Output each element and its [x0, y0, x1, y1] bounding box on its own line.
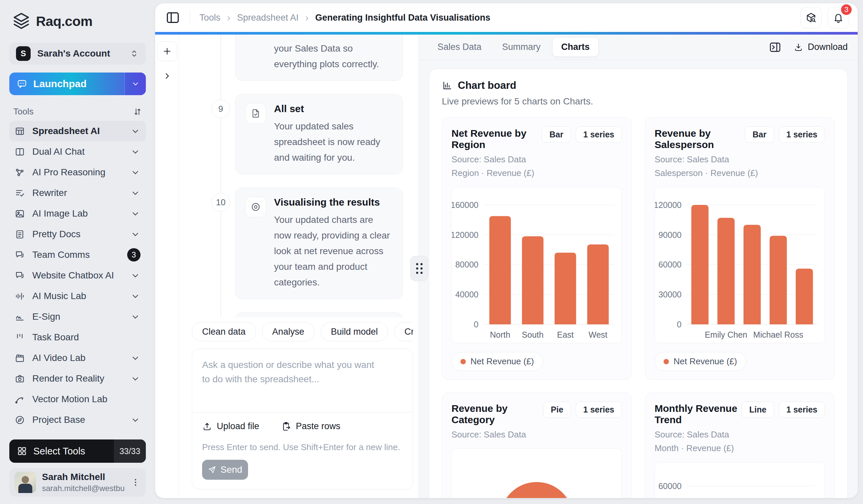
table-icon [15, 126, 25, 137]
kanban-icon [15, 332, 25, 343]
download-label: Download [808, 42, 848, 52]
select-tools-label: Select Tools [33, 446, 85, 457]
paste-icon [282, 422, 291, 431]
legend-pill[interactable]: Net Revenue (£) [451, 352, 543, 371]
sidebar-item-pretty-docs[interactable]: Pretty Docs [9, 224, 146, 245]
sidebar-item-rewriter[interactable]: Rewriter [9, 183, 146, 203]
composer: Clean dataAnalyseBuild modelCreate dashb… [179, 318, 418, 498]
chevron-down-icon [130, 312, 140, 322]
chevron-down-icon [130, 353, 140, 363]
launchpad-expand-button[interactable] [125, 73, 146, 95]
step-title: All set [274, 103, 392, 114]
sidebar-item-label: Knowledge [32, 435, 123, 436]
sidebar-toggle-icon[interactable] [165, 10, 180, 25]
rewrite-icon [15, 188, 25, 198]
sidebar-item-dual-ai-chat[interactable]: Dual AI Chat [9, 141, 146, 162]
chart-plot: 60000450003000015000 [654, 462, 825, 498]
sidebar-item-task-board[interactable]: Task Board [9, 327, 146, 348]
sidebar-item-vector-motion-lab[interactable]: Vector Motion Lab [9, 389, 146, 410]
paste-rows-button[interactable]: Paste rows [282, 421, 341, 431]
legend-pill[interactable]: Net Revenue (£) [654, 352, 746, 371]
sidebar-item-label: Render to Reality [32, 373, 123, 384]
account-switcher[interactable]: S Sarah's Account [9, 42, 146, 65]
breadcrumb-spreadsheet-ai[interactable]: Spreadsheet AI [237, 13, 299, 23]
app-logo[interactable]: Raq.com [12, 12, 144, 30]
chatbox-icon [15, 270, 25, 281]
chart-axes-note: Region · Revenue (£) [451, 168, 622, 178]
notifications-button[interactable]: 3 [828, 7, 849, 28]
chat-bubble-icon [17, 78, 27, 89]
panel-resize-handle[interactable] [410, 256, 428, 281]
tools-count-badge: 33/33 [114, 439, 146, 463]
tab-charts[interactable]: Charts [553, 38, 599, 56]
chevron-down-icon [130, 374, 140, 384]
download-button[interactable]: Download [794, 42, 848, 52]
sidebar-item-project-base[interactable]: Project Base [9, 410, 146, 430]
chip-analyse[interactable]: Analyse [262, 322, 315, 341]
sidebar-item-team-comms[interactable]: Team Comms3 [9, 245, 146, 265]
package-search-button[interactable] [800, 7, 822, 28]
new-chat-button[interactable] [157, 41, 177, 61]
composer-input[interactable]: Ask a question or describe what you want… [202, 358, 379, 408]
chart-source: Source: Sales Data [451, 429, 622, 440]
svg-text:0: 0 [677, 320, 681, 329]
sort-icon[interactable] [133, 107, 142, 117]
workbook-tabs: Sales DataSummaryCharts Download [419, 35, 858, 60]
breadcrumb-tools[interactable]: Tools [199, 13, 221, 23]
user-name: Sarah Mitchell [42, 472, 125, 482]
timeline-step-11: 11Your insights are readyFive new charts… [235, 312, 403, 318]
badge-pie: Pie [543, 402, 571, 418]
svg-text:Michael Ross: Michael Ross [753, 330, 803, 339]
launchpad-button[interactable]: Launchpad [9, 73, 146, 95]
drag-dots-icon [416, 263, 423, 274]
tab-summary[interactable]: Summary [493, 38, 549, 56]
chevron-down-icon [130, 126, 140, 137]
target-icon [246, 197, 266, 217]
upload-file-button[interactable]: Upload file [202, 421, 259, 431]
sidebar-item-label: Dual AI Chat [32, 146, 123, 157]
chevron-down-icon [130, 188, 140, 198]
sidebar-item-ai-pro-reasoning[interactable]: AI Pro Reasoning [9, 162, 146, 183]
paste-rows-label: Paste rows [296, 421, 341, 431]
sidebar-item-e-sign[interactable]: E-Sign [9, 306, 146, 327]
logo-text: Raq.com [36, 14, 92, 29]
send-button[interactable]: Send [202, 460, 248, 480]
sidebar-item-ai-image-lab[interactable]: AI Image Lab [9, 203, 146, 224]
sidebar-item-knowledge[interactable]: Knowledge [9, 430, 146, 436]
sidebar-item-ai-music-lab[interactable]: AI Music Lab [9, 286, 146, 306]
chart-board: Chart board Live previews for 5 charts o… [429, 68, 848, 498]
avatar [15, 472, 36, 493]
user-card[interactable]: Sarah Mitchell sarah.mitchell@westbur... [9, 468, 146, 497]
timeline-scroll-area[interactable]: your Sales Data so everything plots corr… [179, 35, 418, 318]
timeline-line [221, 35, 221, 318]
sidebar-item-ai-video-lab[interactable]: AI Video Lab [9, 348, 146, 368]
chip-clean-data[interactable]: Clean data [192, 322, 256, 341]
step-text: your Sales Data so everything plots corr… [274, 41, 392, 72]
collapse-panel-button[interactable] [768, 41, 782, 54]
sidebar-item-spreadsheet-ai[interactable]: Spreadsheet AI [9, 121, 146, 141]
timeline-panel: your Sales Data so everything plots corr… [179, 35, 419, 498]
clapperboard-icon [15, 353, 25, 363]
expand-rail-button[interactable] [162, 71, 172, 81]
legend-dot [461, 359, 466, 364]
badge-line: Line [741, 402, 774, 418]
timeline-step-10: 10Visualising the resultsYour updated ch… [235, 188, 403, 299]
sidebar-item-website-chatbox-ai[interactable]: Website Chatbox AI [9, 265, 146, 286]
chart-source: Source: Sales Data [654, 429, 825, 440]
tab-sales-data[interactable]: Sales Data [429, 38, 490, 56]
svg-text:0: 0 [474, 320, 478, 329]
image-icon [15, 209, 25, 219]
sidebar-item-label: Rewriter [32, 188, 123, 198]
badge-bar: Bar [542, 126, 571, 143]
vector-icon [15, 394, 25, 404]
sidebar-item-render-to-reality[interactable]: Render to Reality [9, 368, 146, 389]
camera-icon [15, 374, 25, 384]
select-tools-button[interactable]: Select Tools 33/33 [9, 439, 146, 463]
chip-build-model[interactable]: Build model [321, 322, 388, 341]
kebab-menu-icon[interactable] [130, 477, 140, 487]
chip-create-dashboard[interactable]: Create dashboard [394, 322, 413, 341]
sidebar-item-label: AI Pro Reasoning [32, 167, 123, 178]
step-number: 9 [211, 100, 230, 118]
left-rail [155, 35, 179, 498]
step-card: Your insights are readyFive new charts h… [235, 312, 403, 318]
